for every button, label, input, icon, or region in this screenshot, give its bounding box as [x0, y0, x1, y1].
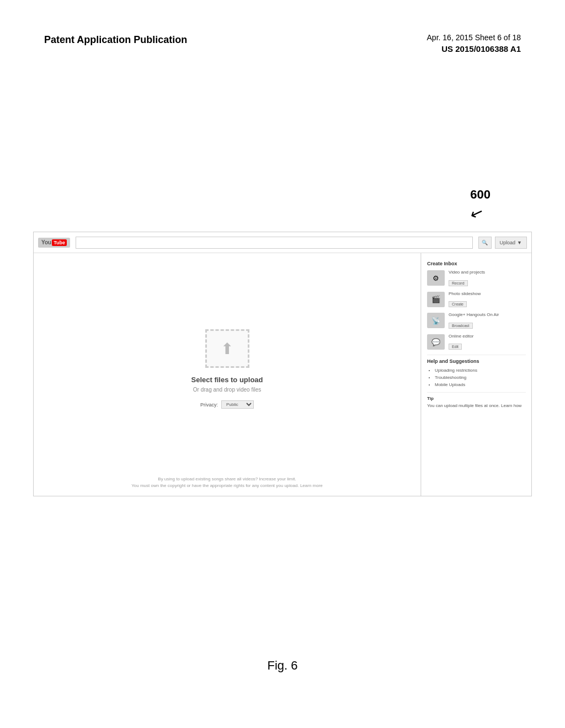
broadcast-button[interactable]: Broadcast [449, 323, 473, 329]
record-thumb: ⚙ [427, 270, 445, 286]
tip-text: You can upload multiple files at once. L… [427, 403, 526, 409]
patent-meta: Apr. 16, 2015 Sheet 6 of 18 US 2015/0106… [427, 33, 521, 53]
create-option-record: ⚙ Video and projects Record [427, 270, 526, 287]
patent-header: Patent Application Publication Apr. 16, … [44, 33, 521, 53]
create-option-editor: 💬 Online editor Edit [427, 334, 526, 351]
create-option-slideshow: 🎬 Photo slideshow Create [427, 291, 526, 308]
editor-title: Online editor [449, 334, 526, 339]
date-sheet: Apr. 16, 2015 Sheet 6 of 18 [427, 33, 521, 42]
record-title: Video and projects [449, 270, 526, 275]
tip-title: Tip [427, 396, 526, 401]
youtube-logo: You Tube [38, 238, 70, 248]
upload-icon-box: ⬆ [205, 329, 249, 368]
privacy-select[interactable]: Public Private Unlisted [221, 400, 254, 409]
upload-footer-text: By using to upload existing songs share … [34, 476, 420, 489]
right-panel: Create Inbox ⚙ Video and projects Record… [421, 253, 531, 496]
youtube-logo-you: You [41, 239, 51, 245]
upload-area[interactable]: ⬆ Select files to upload Or drag and dro… [34, 253, 421, 496]
upload-arrow-icon: ⬆ [221, 340, 233, 358]
figure-arrow: ↙ [468, 202, 486, 224]
slideshow-thumb: 🎬 [427, 292, 445, 307]
tip-divider [427, 392, 526, 393]
upload-sub-text: Or drag and drop video files [193, 387, 261, 393]
edit-button[interactable]: Edit [449, 344, 462, 350]
search-bar[interactable] [76, 237, 473, 249]
record-button[interactable]: Record [449, 280, 468, 286]
privacy-row: Privacy: Public Private Unlisted [200, 400, 254, 409]
privacy-label: Privacy: [200, 402, 218, 408]
tip-section: Tip You can upload multiple files at onc… [427, 396, 526, 409]
hangouts-title: Google+ Hangouts On Air [449, 312, 526, 318]
help-item-uploading[interactable]: Uploading restrictions [435, 367, 526, 374]
patent-title: Patent Application Publication [44, 33, 187, 47]
slideshow-title: Photo slideshow [449, 291, 526, 297]
hangouts-thumb: 📡 [427, 313, 445, 328]
help-item-mobile[interactable]: Mobile Uploads [435, 382, 526, 389]
patent-number: US 2015/0106388 A1 [427, 44, 521, 53]
section-divider [427, 355, 526, 355]
help-suggestions-title: Help and Suggestions [427, 358, 526, 364]
search-icon[interactable]: 🔍 [478, 237, 492, 249]
help-item-troubleshooting[interactable]: Troubleshooting [435, 374, 526, 382]
figure-label: 600 [470, 188, 491, 202]
youtube-logo-tube: Tube [52, 239, 67, 246]
help-list: Uploading restrictions Troubleshooting M… [427, 367, 526, 388]
editor-thumb: 💬 [427, 334, 445, 350]
create-button[interactable]: Create [449, 301, 467, 307]
create-inbox-title: Create Inbox [427, 261, 526, 266]
youtube-topbar: You Tube 🔍 Upload ▼ [34, 232, 531, 253]
create-option-hangouts: 📡 Google+ Hangouts On Air Broadcast [427, 312, 526, 329]
ui-screenshot: You Tube 🔍 Upload ▼ ⬆ Select files to up… [33, 232, 532, 496]
main-content: ⬆ Select files to upload Or drag and dro… [34, 253, 531, 496]
upload-main-text: Select files to upload [191, 376, 263, 384]
upload-button[interactable]: Upload ▼ [495, 237, 527, 249]
figure-caption: Fig. 6 [0, 659, 565, 673]
